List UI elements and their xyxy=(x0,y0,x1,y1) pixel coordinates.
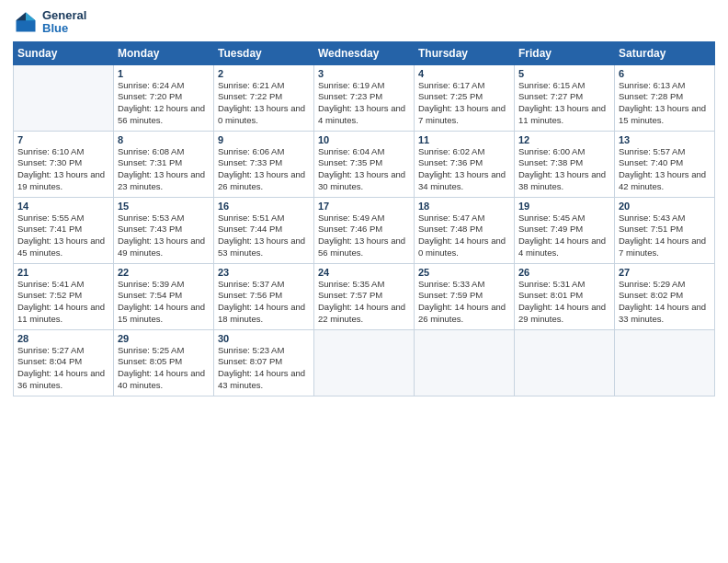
day-info: Sunrise: 5:33 AMSunset: 7:59 PMDaylight:… xyxy=(418,279,510,326)
header: General Blue xyxy=(13,9,715,36)
day-number: 11 xyxy=(418,134,510,145)
weekday-header: Saturday xyxy=(615,41,715,64)
weekday-header: Tuesday xyxy=(214,41,314,64)
day-info: Sunrise: 5:55 AMSunset: 7:41 PMDaylight:… xyxy=(17,213,109,259)
calendar-cell xyxy=(314,329,415,396)
day-info: Sunrise: 5:51 AMSunset: 7:44 PMDaylight:… xyxy=(218,213,310,259)
day-number: 13 xyxy=(619,134,711,145)
calendar-cell: 16Sunrise: 5:51 AMSunset: 7:44 PMDayligh… xyxy=(214,197,314,263)
day-info: Sunrise: 5:39 AMSunset: 7:54 PMDaylight:… xyxy=(118,279,210,326)
logo-text: General Blue xyxy=(42,9,86,36)
calendar-cell: 19Sunrise: 5:45 AMSunset: 7:49 PMDayligh… xyxy=(515,197,615,263)
day-info: Sunrise: 5:43 AMSunset: 7:51 PMDaylight:… xyxy=(619,213,711,259)
day-info: Sunrise: 6:10 AMSunset: 7:30 PMDaylight:… xyxy=(17,146,109,193)
day-info: Sunrise: 5:41 AMSunset: 7:52 PMDaylight:… xyxy=(17,279,109,326)
calendar-cell: 20Sunrise: 5:43 AMSunset: 7:51 PMDayligh… xyxy=(615,197,715,263)
calendar-cell xyxy=(515,329,615,396)
day-number: 25 xyxy=(418,267,510,278)
day-number: 6 xyxy=(619,68,711,79)
logo-icon xyxy=(13,9,39,35)
day-number: 10 xyxy=(318,134,410,145)
day-info: Sunrise: 6:15 AMSunset: 7:27 PMDaylight:… xyxy=(518,80,610,127)
calendar-cell: 30Sunrise: 5:23 AMSunset: 8:07 PMDayligh… xyxy=(214,329,314,396)
day-info: Sunrise: 5:47 AMSunset: 7:48 PMDaylight:… xyxy=(418,213,510,259)
calendar-cell: 15Sunrise: 5:53 AMSunset: 7:43 PMDayligh… xyxy=(114,197,214,263)
day-number: 18 xyxy=(418,201,510,212)
calendar-cell: 28Sunrise: 5:27 AMSunset: 8:04 PMDayligh… xyxy=(14,329,114,396)
day-number: 30 xyxy=(218,333,310,344)
day-number: 22 xyxy=(118,267,210,278)
day-info: Sunrise: 5:45 AMSunset: 7:49 PMDaylight:… xyxy=(518,213,610,259)
logo: General Blue xyxy=(13,9,86,36)
calendar-cell: 18Sunrise: 5:47 AMSunset: 7:48 PMDayligh… xyxy=(415,197,515,263)
day-number: 3 xyxy=(318,68,410,79)
calendar-cell: 21Sunrise: 5:41 AMSunset: 7:52 PMDayligh… xyxy=(14,263,114,329)
day-number: 28 xyxy=(17,333,109,344)
svg-marker-1 xyxy=(26,13,36,21)
day-info: Sunrise: 5:23 AMSunset: 8:07 PMDaylight:… xyxy=(218,345,310,392)
day-info: Sunrise: 5:35 AMSunset: 7:57 PMDaylight:… xyxy=(318,279,410,326)
calendar-cell: 13Sunrise: 5:57 AMSunset: 7:40 PMDayligh… xyxy=(615,131,715,197)
calendar-cell xyxy=(415,329,515,396)
day-info: Sunrise: 5:29 AMSunset: 8:02 PMDaylight:… xyxy=(619,279,711,326)
day-number: 19 xyxy=(518,201,610,212)
day-info: Sunrise: 5:49 AMSunset: 7:46 PMDaylight:… xyxy=(318,213,410,259)
day-info: Sunrise: 6:19 AMSunset: 7:23 PMDaylight:… xyxy=(318,80,410,127)
calendar-cell: 24Sunrise: 5:35 AMSunset: 7:57 PMDayligh… xyxy=(314,263,415,329)
day-info: Sunrise: 6:08 AMSunset: 7:31 PMDaylight:… xyxy=(118,146,210,193)
day-info: Sunrise: 6:04 AMSunset: 7:35 PMDaylight:… xyxy=(318,146,410,193)
calendar-table: SundayMondayTuesdayWednesdayThursdayFrid… xyxy=(13,41,715,396)
calendar-cell: 1Sunrise: 6:24 AMSunset: 7:20 PMDaylight… xyxy=(114,64,214,131)
calendar-cell: 6Sunrise: 6:13 AMSunset: 7:28 PMDaylight… xyxy=(615,64,715,131)
calendar-cell: 27Sunrise: 5:29 AMSunset: 8:02 PMDayligh… xyxy=(615,263,715,329)
calendar-cell: 8Sunrise: 6:08 AMSunset: 7:31 PMDaylight… xyxy=(114,131,214,197)
calendar-cell: 29Sunrise: 5:25 AMSunset: 8:05 PMDayligh… xyxy=(114,329,214,396)
day-number: 27 xyxy=(619,267,711,278)
day-number: 9 xyxy=(218,134,310,145)
day-info: Sunrise: 6:00 AMSunset: 7:38 PMDaylight:… xyxy=(518,146,610,193)
calendar-cell: 3Sunrise: 6:19 AMSunset: 7:23 PMDaylight… xyxy=(314,64,415,131)
calendar-cell: 25Sunrise: 5:33 AMSunset: 7:59 PMDayligh… xyxy=(415,263,515,329)
day-info: Sunrise: 6:24 AMSunset: 7:20 PMDaylight:… xyxy=(118,80,210,127)
day-info: Sunrise: 6:21 AMSunset: 7:22 PMDaylight:… xyxy=(218,80,310,127)
day-number: 16 xyxy=(218,201,310,212)
day-number: 15 xyxy=(118,201,210,212)
calendar-cell: 5Sunrise: 6:15 AMSunset: 7:27 PMDaylight… xyxy=(515,64,615,131)
page: General Blue SundayMondayTuesdayWednesda… xyxy=(0,0,728,563)
day-number: 5 xyxy=(518,68,610,79)
day-info: Sunrise: 5:57 AMSunset: 7:40 PMDaylight:… xyxy=(619,146,711,193)
calendar-cell: 7Sunrise: 6:10 AMSunset: 7:30 PMDaylight… xyxy=(14,131,114,197)
calendar-cell: 22Sunrise: 5:39 AMSunset: 7:54 PMDayligh… xyxy=(114,263,214,329)
day-number: 23 xyxy=(218,267,310,278)
calendar-cell: 2Sunrise: 6:21 AMSunset: 7:22 PMDaylight… xyxy=(214,64,314,131)
weekday-header: Thursday xyxy=(415,41,515,64)
calendar-cell: 23Sunrise: 5:37 AMSunset: 7:56 PMDayligh… xyxy=(214,263,314,329)
day-number: 14 xyxy=(17,201,109,212)
weekday-header: Friday xyxy=(515,41,615,64)
calendar-cell: 11Sunrise: 6:02 AMSunset: 7:36 PMDayligh… xyxy=(415,131,515,197)
day-number: 12 xyxy=(518,134,610,145)
calendar-cell: 26Sunrise: 5:31 AMSunset: 8:01 PMDayligh… xyxy=(515,263,615,329)
day-info: Sunrise: 5:27 AMSunset: 8:04 PMDaylight:… xyxy=(17,345,109,392)
day-info: Sunrise: 5:25 AMSunset: 8:05 PMDaylight:… xyxy=(118,345,210,392)
day-number: 24 xyxy=(318,267,410,278)
weekday-header: Wednesday xyxy=(314,41,415,64)
day-number: 17 xyxy=(318,201,410,212)
day-info: Sunrise: 6:06 AMSunset: 7:33 PMDaylight:… xyxy=(218,146,310,193)
svg-marker-2 xyxy=(17,13,27,21)
day-number: 2 xyxy=(218,68,310,79)
day-number: 29 xyxy=(118,333,210,344)
day-info: Sunrise: 6:02 AMSunset: 7:36 PMDaylight:… xyxy=(418,146,510,193)
calendar-cell xyxy=(14,64,114,131)
calendar-cell: 9Sunrise: 6:06 AMSunset: 7:33 PMDaylight… xyxy=(214,131,314,197)
day-info: Sunrise: 5:53 AMSunset: 7:43 PMDaylight:… xyxy=(118,213,210,259)
day-info: Sunrise: 6:13 AMSunset: 7:28 PMDaylight:… xyxy=(619,80,711,127)
day-number: 20 xyxy=(619,201,711,212)
day-info: Sunrise: 6:17 AMSunset: 7:25 PMDaylight:… xyxy=(418,80,510,127)
weekday-header: Monday xyxy=(114,41,214,64)
day-number: 21 xyxy=(17,267,109,278)
day-number: 1 xyxy=(118,68,210,79)
day-info: Sunrise: 5:31 AMSunset: 8:01 PMDaylight:… xyxy=(518,279,610,326)
day-number: 4 xyxy=(418,68,510,79)
day-number: 26 xyxy=(518,267,610,278)
